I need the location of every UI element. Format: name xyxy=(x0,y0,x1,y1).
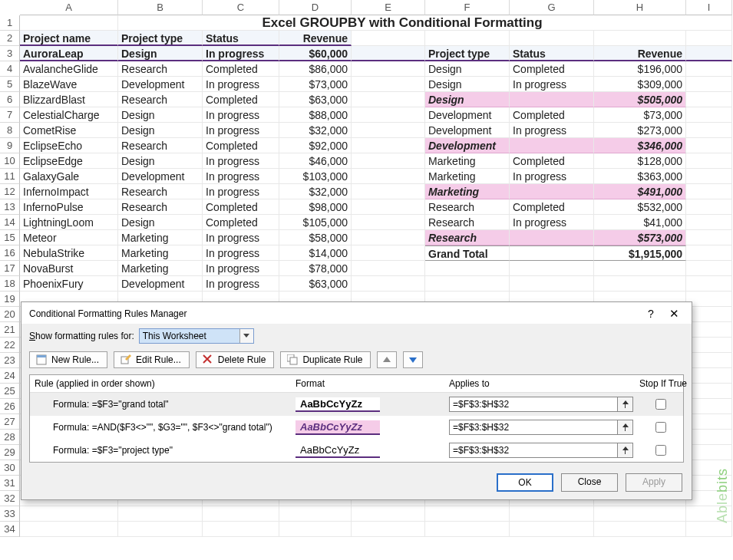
row-number[interactable]: 10 xyxy=(0,153,20,169)
scope-value: This Worksheet xyxy=(143,331,206,341)
applies-to-input[interactable] xyxy=(449,443,618,458)
dialog-title: Conditional Formatting Rules Manager xyxy=(29,308,639,319)
edit-rule-button[interactable]: Edit Rule... xyxy=(114,351,190,368)
row-number[interactable]: 4 xyxy=(0,61,20,77)
row-number[interactable]: 9 xyxy=(0,138,20,153)
row-number[interactable]: 12 xyxy=(0,184,20,199)
applies-to-input[interactable] xyxy=(449,420,618,435)
row-number[interactable]: 13 xyxy=(0,199,20,215)
delete-rule-button[interactable]: Delete Rule xyxy=(196,351,275,368)
edit-rule-icon xyxy=(121,354,131,365)
ok-button[interactable]: OK xyxy=(497,473,553,492)
rule-row[interactable]: Formula: =$F3="project type" AaBbCcYyZz xyxy=(30,439,683,462)
col-H[interactable]: H xyxy=(594,0,686,15)
col-B[interactable]: B xyxy=(118,0,203,15)
row-number[interactable]: 20 xyxy=(0,307,20,322)
chevron-down-icon[interactable] xyxy=(239,329,253,343)
range-selector-button[interactable] xyxy=(618,397,633,412)
range-selector-button[interactable] xyxy=(618,420,633,435)
new-rule-icon xyxy=(36,354,47,365)
close-button[interactable]: Close xyxy=(561,473,618,492)
svg-rect-4 xyxy=(290,357,297,364)
rule-description: Formula: =$F3="grand total" xyxy=(35,399,296,410)
range-icon xyxy=(622,423,629,431)
col-format: Format xyxy=(296,378,449,389)
stop-if-true-checkbox[interactable] xyxy=(655,445,666,456)
col-applies: Applies to xyxy=(449,378,633,389)
delete-icon xyxy=(203,354,213,365)
row-number[interactable]: 23 xyxy=(0,353,20,368)
row-number[interactable]: 8 xyxy=(0,123,20,138)
col-D[interactable]: D xyxy=(279,0,352,15)
new-rule-button[interactable]: New Rule... xyxy=(29,351,107,368)
row-number[interactable]: 19 xyxy=(0,292,20,307)
conditional-formatting-dialog: Conditional Formatting Rules Manager ? ✕… xyxy=(21,301,692,500)
range-selector-button[interactable] xyxy=(618,443,633,458)
row-number[interactable]: 11 xyxy=(0,169,20,184)
row-number[interactable]: 30 xyxy=(0,460,20,476)
format-preview: AaBbCcYyZz xyxy=(296,397,380,412)
range-icon xyxy=(622,400,629,408)
row-number[interactable]: 6 xyxy=(0,92,20,107)
help-button[interactable]: ? xyxy=(639,308,662,320)
rule-description: Formula: =AND($F3<>"", $G3="", $F3<>"gra… xyxy=(35,422,296,433)
applies-to-input[interactable] xyxy=(449,397,618,412)
row-number[interactable]: 1 xyxy=(0,15,20,31)
row-number[interactable]: 24 xyxy=(0,368,20,384)
rules-list: Rule (applied in order shown) Format App… xyxy=(29,374,684,463)
row-number[interactable]: 27 xyxy=(0,414,20,430)
col-F[interactable]: F xyxy=(425,0,510,15)
rule-row[interactable]: Formula: =AND($F3<>"", $G3="", $F3<>"gra… xyxy=(30,416,683,439)
page-title: Excel GROUPBY with Conditional Formattin… xyxy=(118,15,686,31)
stop-if-true-checkbox[interactable] xyxy=(655,399,666,410)
apply-button[interactable]: Apply xyxy=(626,473,682,492)
dialog-toolbar: New Rule... Edit Rule... Delete Rule Dup… xyxy=(21,347,692,374)
row-number[interactable]: 29 xyxy=(0,445,20,460)
stop-if-true-checkbox[interactable] xyxy=(655,422,666,433)
rule-description: Formula: =$F3="project type" xyxy=(35,445,296,456)
row-number[interactable]: 7 xyxy=(0,107,20,123)
duplicate-icon xyxy=(287,354,298,365)
row-number[interactable]: 28 xyxy=(0,430,20,445)
dialog-titlebar[interactable]: Conditional Formatting Rules Manager ? ✕ xyxy=(21,302,692,324)
row-number[interactable]: 32 xyxy=(0,491,20,506)
duplicate-rule-button[interactable]: Duplicate Rule xyxy=(280,351,371,368)
col-I[interactable]: I xyxy=(686,0,732,15)
row-number[interactable]: 18 xyxy=(0,276,20,292)
row-number[interactable]: 31 xyxy=(0,476,20,491)
close-icon[interactable]: ✕ xyxy=(662,307,685,321)
col-C[interactable]: C xyxy=(203,0,279,15)
range-icon xyxy=(622,446,629,454)
row-number[interactable]: 21 xyxy=(0,322,20,338)
svg-rect-1 xyxy=(37,355,46,357)
row-number[interactable]: 3 xyxy=(0,46,20,61)
row-number[interactable]: 14 xyxy=(0,215,20,230)
row-number[interactable]: 25 xyxy=(0,384,20,399)
arrow-up-icon xyxy=(383,357,391,363)
row-number[interactable]: 5 xyxy=(0,77,20,92)
format-preview: AaBbCcYyZz xyxy=(296,420,380,435)
rule-row[interactable]: Formula: =$F3="grand total" AaBbCcYyZz xyxy=(30,393,683,416)
row-number[interactable]: 17 xyxy=(0,261,20,276)
row-number[interactable]: 34 xyxy=(0,522,20,537)
col-G[interactable]: G xyxy=(510,0,594,15)
show-rules-label: Show formatting rules for: xyxy=(29,331,134,341)
row-number[interactable]: 2 xyxy=(0,31,20,46)
col-A[interactable]: A xyxy=(20,0,118,15)
move-down-button[interactable] xyxy=(403,351,423,368)
row-number[interactable]: 22 xyxy=(0,338,20,353)
move-up-button[interactable] xyxy=(377,351,397,368)
col-E[interactable]: E xyxy=(352,0,425,15)
row-number[interactable]: 26 xyxy=(0,399,20,414)
arrow-down-icon xyxy=(409,357,417,363)
row-number[interactable]: 33 xyxy=(0,506,20,522)
col-rule: Rule (applied in order shown) xyxy=(35,378,296,389)
scope-dropdown[interactable]: This Worksheet xyxy=(139,328,254,344)
col-stop: Stop If True xyxy=(633,378,687,389)
column-headers: A B C D E F G H I xyxy=(0,0,733,15)
row-number[interactable]: 16 xyxy=(0,245,20,261)
watermark: Ablebits xyxy=(715,468,731,523)
format-preview: AaBbCcYyZz xyxy=(296,443,380,458)
row-number[interactable]: 15 xyxy=(0,230,20,245)
